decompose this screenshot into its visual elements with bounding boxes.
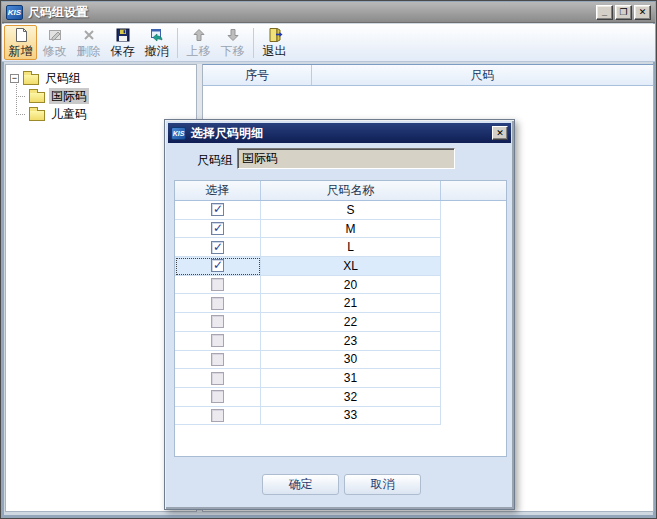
checkbox-checked[interactable] [211, 241, 224, 254]
size-detail-row[interactable]: 31 [175, 369, 506, 388]
select-size-detail-dialog: KIS 选择尺码明细 ✕ 尺码组 选择 尺码名称 S M L [164, 119, 515, 510]
size-detail-row[interactable]: S [175, 201, 506, 220]
size-detail-table: 选择 尺码名称 S M L XL 20 21 [174, 180, 507, 457]
size-detail-row[interactable]: 33 [175, 407, 506, 426]
tree-node-label: 国际码 [49, 88, 89, 104]
toolbar: 新增 修改 删除 保存 撤消 上移 下移 退出 [2, 24, 655, 62]
folder-icon [29, 110, 45, 121]
select-cell[interactable] [175, 220, 261, 239]
size-detail-row[interactable]: 30 [175, 351, 506, 370]
column-header-size: 尺码 [312, 65, 653, 85]
size-name-cell[interactable]: 21 [261, 294, 441, 313]
tree-collapse-icon[interactable]: − [10, 74, 19, 83]
dialog-title: 选择尺码明细 [191, 125, 263, 142]
size-group-field-label: 尺码组 [197, 152, 233, 169]
checkbox-unchecked[interactable] [211, 409, 224, 422]
tree-node-label: 尺码组 [43, 70, 83, 86]
checkbox-unchecked[interactable] [211, 390, 224, 403]
toolbar-separator [177, 28, 178, 58]
toolbar-button-undo[interactable]: 撤消 [140, 25, 173, 60]
select-cell[interactable] [175, 201, 261, 220]
toolbar-button-edit[interactable]: 修改 [38, 25, 71, 60]
column-header-filler [441, 181, 506, 200]
toolbar-button-save[interactable]: 保存 [106, 25, 139, 60]
folder-icon [29, 92, 45, 103]
size-name-cell[interactable]: 30 [261, 351, 441, 370]
toolbar-button-new-document[interactable]: 新增 [4, 25, 37, 60]
select-cell[interactable] [175, 313, 261, 332]
select-cell[interactable] [175, 407, 261, 426]
toolbar-button-down-arrow[interactable]: 下移 [216, 25, 249, 60]
select-cell[interactable] [175, 276, 261, 295]
kis-logo-icon: KIS [6, 5, 23, 20]
size-name-cell[interactable]: M [261, 220, 441, 239]
size-name-cell[interactable]: 23 [261, 332, 441, 351]
size-detail-row[interactable]: 22 [175, 313, 506, 332]
close-button[interactable]: ✕ [634, 5, 651, 20]
toolbar-button-label: 保存 [111, 44, 135, 59]
select-cell[interactable] [175, 257, 261, 276]
size-name-cell[interactable]: XL [261, 257, 441, 276]
cancel-button[interactable]: 取消 [344, 474, 421, 495]
tree-node-1[interactable]: 国际码 [28, 87, 89, 105]
tree-node-size-group-root[interactable]: − 尺码组 [10, 69, 83, 87]
checkbox-unchecked[interactable] [211, 278, 224, 291]
size-name-cell[interactable]: 22 [261, 313, 441, 332]
toolbar-button-label: 下移 [221, 44, 245, 59]
checkbox-checked[interactable] [211, 222, 224, 235]
select-cell[interactable] [175, 388, 261, 407]
checkbox-unchecked[interactable] [211, 353, 224, 366]
window-title: 尺码组设置 [28, 4, 88, 21]
checkbox-checked[interactable] [211, 259, 224, 272]
select-cell[interactable] [175, 369, 261, 388]
maximize-button[interactable]: ❐ [615, 5, 632, 20]
checkbox-checked[interactable] [211, 203, 224, 216]
size-name-cell[interactable]: 32 [261, 388, 441, 407]
select-cell[interactable] [175, 238, 261, 257]
column-header-select: 选择 [175, 181, 261, 200]
tree-connector-line [16, 96, 25, 97]
tree-node-label: 儿童码 [49, 106, 89, 122]
tree-node-2[interactable]: 儿童码 [28, 105, 89, 123]
toolbar-button-label: 退出 [263, 44, 287, 59]
size-detail-row[interactable]: XL [175, 257, 506, 276]
size-name-cell[interactable]: S [261, 201, 441, 220]
size-detail-row[interactable]: L [175, 238, 506, 257]
toolbar-button-up-arrow[interactable]: 上移 [182, 25, 215, 60]
dialog-titlebar: KIS 选择尺码明细 ✕ [168, 123, 511, 143]
checkbox-unchecked[interactable] [211, 372, 224, 385]
size-detail-row[interactable]: 20 [175, 276, 506, 295]
column-header-size-name: 尺码名称 [261, 181, 441, 200]
checkbox-unchecked[interactable] [211, 334, 224, 347]
minimize-button[interactable]: _ [596, 5, 613, 20]
toolbar-separator [253, 28, 254, 58]
dialog-close-button[interactable]: ✕ [492, 126, 508, 140]
select-cell[interactable] [175, 332, 261, 351]
checkbox-unchecked[interactable] [211, 297, 224, 310]
save-icon [115, 27, 131, 43]
size-detail-row[interactable]: 21 [175, 294, 506, 313]
checkbox-unchecked[interactable] [211, 315, 224, 328]
toolbar-button-label: 修改 [43, 44, 67, 59]
size-detail-row[interactable]: 23 [175, 332, 506, 351]
size-detail-table-header: 选择 尺码名称 [175, 181, 506, 201]
select-cell[interactable] [175, 351, 261, 370]
edit-icon [47, 27, 63, 43]
size-name-cell[interactable]: 20 [261, 276, 441, 295]
kis-logo-icon: KIS [171, 127, 186, 140]
select-cell[interactable] [175, 294, 261, 313]
ok-button[interactable]: 确定 [262, 474, 339, 495]
toolbar-button-exit[interactable]: 退出 [258, 25, 291, 60]
undo-icon [149, 27, 165, 43]
exit-icon [267, 27, 283, 43]
toolbar-button-delete[interactable]: 删除 [72, 25, 105, 60]
size-detail-row[interactable]: 32 [175, 388, 506, 407]
size-detail-row[interactable]: M [175, 220, 506, 239]
toolbar-button-label: 删除 [77, 44, 101, 59]
toolbar-button-label: 撤消 [145, 44, 169, 59]
size-name-cell[interactable]: 33 [261, 407, 441, 426]
size-name-cell[interactable]: 31 [261, 369, 441, 388]
size-list-grid-header: 序号 尺码 [203, 65, 653, 86]
size-group-settings-window: KIS 尺码组设置 _ ❐ ✕ 新增 修改 删除 保存 撤消 上移 下移 退出 [0, 0, 657, 519]
size-name-cell[interactable]: L [261, 238, 441, 257]
